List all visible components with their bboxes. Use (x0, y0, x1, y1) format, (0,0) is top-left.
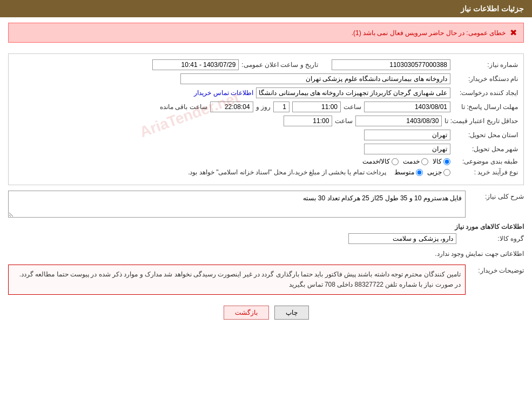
buttons-row: چاپ بازگشت (8, 306, 524, 320)
buyer-notes-box: تامین کنندگان محترم توجه داشته باشند پیش… (8, 265, 466, 295)
date-label: تاریخ و ساعت اعلان عمومی: (241, 61, 318, 69)
error-message: خطای عمومی: در حال حاضر سرویس فعال نمی ب… (352, 29, 506, 37)
category-service-radio[interactable] (421, 158, 428, 165)
row-buyer-name: نام دستگاه خریدار: (14, 73, 518, 84)
buyer-notes-text: تامین کنندگان محترم توجه داشته باشند پیش… (19, 270, 461, 288)
category-kala-service-radio[interactable] (392, 158, 399, 165)
page-header: جزئیات اطلاعات نیاز (0, 0, 532, 17)
row-province: استان محل تحویل: (14, 130, 518, 140)
price-time-input[interactable] (284, 116, 332, 126)
deadline-date-input[interactable] (364, 101, 450, 112)
buy-type-label: نوع فرآیند خرید : (453, 168, 518, 176)
deadline-time-label: ساعت (344, 103, 361, 111)
category-service-option[interactable]: خدمت (403, 158, 428, 165)
price-time-label: ساعت (335, 117, 353, 125)
description-section: شرح کلی نیاز: فایل هدستروم 10 و 35 طول 2… (8, 191, 524, 218)
buy-type-jozi-radio[interactable] (443, 169, 450, 176)
province-input[interactable] (364, 130, 450, 140)
category-kala-service-label: کالا/خدمت (362, 158, 390, 165)
buy-type-motavaset-option[interactable]: متوسط (394, 168, 423, 176)
print-button[interactable]: چاپ (274, 306, 309, 320)
goods-group-value: دارو، پزشکی و سلامت (393, 235, 453, 242)
description-textarea[interactable]: فایل هدستروم 10 و 35 طول 25از 25 هرکدام … (8, 191, 466, 218)
row-deadline: مهلت ارسال پاسخ: تا ساعت روز و ساعت باقی… (14, 101, 518, 112)
row-goods-group: گروه کالا: دارو، پزشکی و سلامت (8, 233, 524, 244)
buy-type-motavaset-radio[interactable] (416, 169, 423, 176)
buyer-notes-label: توضیحات خریدار: (470, 265, 524, 274)
buyer-name-input[interactable] (180, 73, 450, 84)
row-buy-type: نوع فرآیند خرید : جزیی متوسط پرداخت تمام… (14, 168, 518, 176)
buy-type-jozi-label: جزیی (427, 168, 442, 176)
deadline-label: مهلت ارسال پاسخ: تا (453, 103, 518, 111)
price-date-label: حداقل تاریخ اعتبار قیمت: تا (445, 117, 518, 125)
description-label: شرح کلی نیاز: (470, 191, 524, 200)
goods-group-box: دارو، پزشکی و سلامت (348, 233, 456, 244)
error-icon: ✖ (510, 28, 517, 38)
row-creator: ایجاد کننده درخواست: اطلاعات تماس خریدار (14, 87, 518, 98)
buyer-name-label: نام دستگاه خریدار: (453, 75, 518, 83)
category-label: طبقه بندی موضوعی: (453, 158, 518, 165)
deadline-remaining-input[interactable] (210, 101, 253, 112)
page-title: جزئیات اطلاعات نیاز (461, 4, 524, 13)
deadline-time-input[interactable] (292, 101, 341, 112)
category-kala-label: کالا (433, 158, 442, 165)
page-container: جزئیات اطلاعات نیاز ✖ خطای عمومی: در حال… (0, 0, 532, 413)
deadline-days-input[interactable] (273, 101, 289, 112)
no-data-message: اطلاعاتی جهت نمایش وجود ندارد. (8, 247, 524, 260)
contact-link[interactable]: اطلاعات تماس خریدار (194, 89, 253, 97)
error-bar: ✖ خطای عمومی: در حال حاضر سرویس فعال نمی… (8, 23, 524, 43)
buy-type-note: پرداخت تمام یا بخشی از مبلغ خرید،از محل … (188, 168, 386, 176)
row-need-number: شماره نیاز: تاریخ و ساعت اعلان عمومی: (14, 59, 518, 70)
need-number-input[interactable] (332, 59, 450, 70)
form-section: AriaTender.net شماره نیاز: تاریخ و ساعت … (8, 53, 524, 185)
date-input[interactable] (152, 59, 239, 70)
category-kala-option[interactable]: کالا (433, 158, 450, 165)
goods-info-title: اطلاعات کالاهای مورد نیاز (8, 223, 524, 231)
goods-group-value-container: دارو، پزشکی و سلامت (348, 233, 456, 244)
category-kala-radio[interactable] (443, 158, 450, 165)
province-label: استان محل تحویل: (453, 131, 518, 139)
buy-type-motavaset-label: متوسط (394, 168, 414, 176)
deadline-remaining-label: ساعت باقی مانده (160, 103, 207, 111)
category-service-label: خدمت (403, 158, 420, 165)
creator-label: ایجاد کننده درخواست: (453, 89, 518, 97)
row-price-date: حداقل تاریخ اعتبار قیمت: تا ساعت (14, 116, 518, 126)
buyer-notes-section: توضیحات خریدار: تامین کنندگان محترم توجه… (8, 265, 524, 297)
deadline-days-label: روز و (256, 103, 271, 111)
back-button[interactable]: بازگشت (224, 306, 269, 320)
city-input[interactable] (364, 144, 450, 154)
category-kala-service-option[interactable]: کالا/خدمت (362, 158, 399, 165)
buy-type-radio-group: جزیی متوسط (394, 168, 450, 176)
main-content: AriaTender.net شماره نیاز: تاریخ و ساعت … (0, 48, 532, 333)
creator-input[interactable] (256, 87, 450, 98)
city-label: شهر محل تحویل: (453, 145, 518, 153)
category-radio-group: کالا خدمت کالا/خدمت (362, 158, 450, 165)
goods-group-label: گروه کالا: (459, 235, 524, 242)
row-category: طبقه بندی موضوعی: کالا خدمت کالا/خدمت (14, 158, 518, 165)
price-date-input[interactable] (355, 116, 442, 126)
row-city: شهر محل تحویل: (14, 144, 518, 154)
buy-type-jozi-option[interactable]: جزیی (427, 168, 450, 176)
need-number-label: شماره نیاز: (453, 61, 518, 69)
